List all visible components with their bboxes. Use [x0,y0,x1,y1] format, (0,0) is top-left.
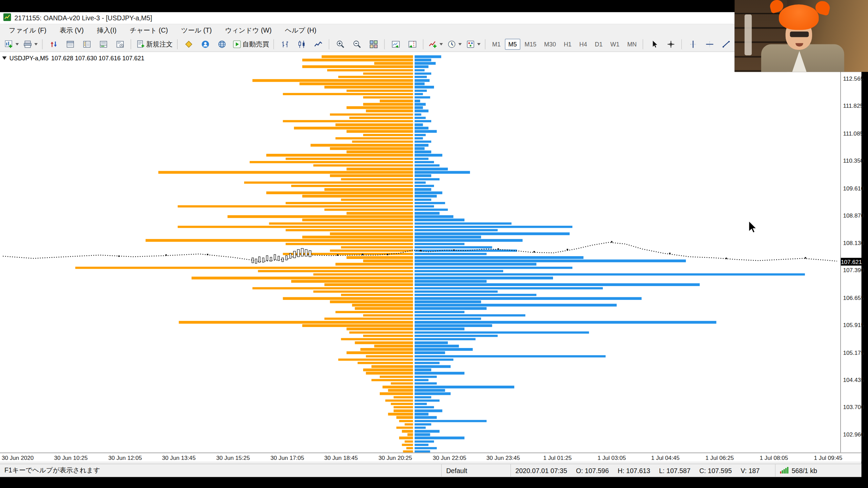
trendline-icon [722,40,731,49]
price-axis[interactable]: 112.565111.825111.085110.350109.610108.8… [840,52,861,452]
chevron-down-icon[interactable] [16,43,19,45]
auto-trading-button[interactable]: 自動売買 [231,38,271,51]
menu-item-view[interactable]: 表示 (V) [53,24,90,37]
toolbar-separator [643,39,644,49]
toolbar-separator [329,39,330,49]
cursor-arrow-icon [650,40,659,49]
periods-button[interactable] [446,38,463,51]
line-chart-button[interactable] [311,38,326,51]
strategy-tester-button[interactable] [112,38,128,51]
chart-shift-button[interactable] [405,38,420,51]
indicators-button[interactable] [427,38,445,51]
time-axis[interactable]: 30 Jun 202030 Jun 10:2530 Jun 12:0530 Ju… [0,453,861,462]
chart-ohlc-label: USDJPY-a,M5 107.628 107.630 107.616 107.… [2,55,144,62]
chevron-down-icon[interactable] [34,43,38,45]
menu-item-file[interactable]: ファイル (F) [2,24,53,37]
profiles-button[interactable] [22,38,39,51]
candlestick-chart-button[interactable] [294,38,310,51]
auto-scroll-button[interactable] [388,38,403,51]
timeframe-button-m5[interactable]: M5 [505,39,520,50]
time-tick-label: 30 Jun 20:25 [378,454,412,461]
profiles-icon [23,40,32,49]
timeframe-button-m30[interactable]: M30 [541,39,559,50]
chevron-down-icon[interactable] [477,43,480,45]
time-tick-label: 30 Jun 2020 [2,454,34,461]
price-tick-label: 112.565 [843,75,864,82]
time-tick-label: 30 Jun 12:05 [108,454,142,461]
connection-bars-icon [780,466,789,475]
time-tick-label: 30 Jun 22:05 [433,454,466,461]
metaeditor-button[interactable] [181,38,197,51]
crosshair-button[interactable] [663,38,679,51]
menu-item-help[interactable]: ヘルプ (H) [278,24,323,37]
mt4-app-icon [3,13,11,23]
toolbar-separator [42,39,43,49]
menu-item-charts[interactable]: チャート (C) [123,24,175,37]
terminal-button[interactable] [96,38,111,51]
zoom-in-button[interactable] [333,38,348,51]
price-tick-label: 110.350 [843,157,864,164]
chart-area[interactable]: USDJPY-a,M5 107.628 107.630 107.616 107.… [0,52,840,452]
price-tick-label: 109.610 [843,185,864,191]
horizontal-line-button[interactable] [702,38,717,51]
menu-item-tools[interactable]: ツール (T) [175,24,218,37]
new-chart-button[interactable] [3,38,20,51]
time-tick-label: 30 Jun 15:25 [216,454,250,461]
terminal-icon [99,40,108,49]
price-tick-label: 104.435 [843,376,864,383]
time-tick-label: 1 Jul 04:45 [651,454,680,461]
toolbar-separator [274,39,275,49]
price-tick-label: 111.825 [843,103,863,109]
time-tick-label: 30 Jun 17:05 [271,454,304,461]
chart-collapse-icon[interactable] [2,57,7,60]
timeframe-button-h4[interactable]: H4 [576,39,591,50]
trendline-button[interactable] [718,38,734,51]
zoom-out-button[interactable] [349,38,365,51]
chevron-down-icon[interactable] [458,43,462,45]
market-watch-icon [49,40,58,49]
price-line [0,52,840,452]
timeframe-button-d1[interactable]: D1 [591,39,606,50]
menu-item-window[interactable]: ウィンドウ (W) [218,24,278,37]
tile-windows-button[interactable] [366,38,381,51]
menu-item-insert[interactable]: 挿入(I) [90,24,123,37]
data-window-button[interactable] [62,38,78,51]
timeframe-button-m15[interactable]: M15 [521,39,540,50]
mql5-website-button[interactable] [214,38,230,51]
crosshair-icon [667,40,675,49]
crab-hat [779,4,819,30]
new-order-label: 新規注文 [146,40,173,49]
bar-chart-button[interactable] [277,38,293,51]
timeframe-button-w1[interactable]: W1 [607,39,623,50]
data-window-icon [66,40,75,49]
status-volume: V: 187 [741,467,760,474]
screen: 2171155: OANDA-v20 Live-3 - [USDJPY-a,M5… [0,0,868,488]
time-tick-label: 1 Jul 06:25 [706,454,734,461]
status-help-label: F1キーでヘルプが表示されます [4,466,100,475]
timeframe-button-mn[interactable]: MN [624,39,640,50]
vertical-line-button[interactable] [686,38,701,51]
navigator-icon [82,40,91,49]
timeframe-button-h1[interactable]: H1 [560,39,575,50]
zoom-out-icon [353,40,361,49]
price-tick-label: 103.700 [843,404,864,410]
chart-symbol-period: USDJPY-a,M5 [9,55,48,62]
new-order-button[interactable]: 新規注文 [135,38,175,51]
webcam-overlay [735,0,868,72]
chevron-down-icon[interactable] [439,43,443,45]
indicators-icon [429,40,437,49]
price-tick-label: 105.915 [843,322,864,328]
navigator-button[interactable] [79,38,95,51]
community-icon [201,40,210,49]
horizontal-line-icon [705,40,714,49]
timeframe-button-m1[interactable]: M1 [489,39,504,50]
cursor-button[interactable] [647,38,662,51]
status-ohlc: 2020.07.01 07:35 O: 107.596 H: 107.613 L… [510,464,775,477]
market-watch-button[interactable] [46,38,62,51]
status-profile[interactable]: Default [441,464,510,477]
templates-button[interactable] [465,38,482,51]
price-tick-label: 111.085 [843,130,863,137]
auto-trading-label: 自動売買 [242,40,269,49]
community-button[interactable] [198,38,213,51]
chart-shift-icon [408,40,417,49]
